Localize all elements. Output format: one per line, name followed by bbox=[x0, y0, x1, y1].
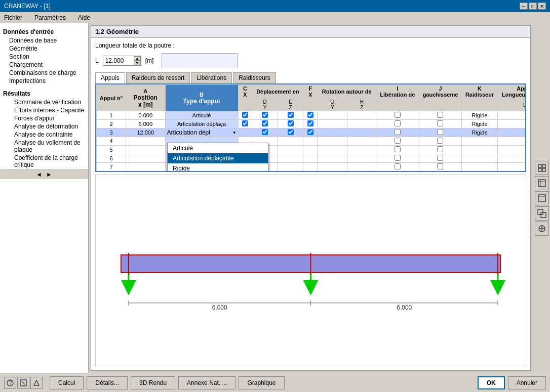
annexe-button[interactable]: Annexe Nat. ... bbox=[178, 376, 235, 389]
table-cell[interactable] bbox=[497, 146, 526, 154]
sidebar-item-analyse-def[interactable]: Analyse de déformation bbox=[0, 122, 88, 130]
toolbar-btn-1[interactable] bbox=[535, 161, 549, 175]
table-cell[interactable] bbox=[497, 111, 526, 120]
table-cell[interactable] bbox=[462, 137, 497, 146]
table-cell[interactable]: Rigide bbox=[462, 111, 497, 120]
icon-btn-3[interactable] bbox=[30, 377, 43, 389]
table-cell[interactable]: Rigide bbox=[462, 120, 497, 128]
table-cell[interactable] bbox=[462, 154, 497, 163]
sidebar-item-efforts[interactable]: Efforts internes - Capacité bbox=[0, 106, 88, 114]
table-cell[interactable]: 0.000 bbox=[126, 111, 165, 120]
table-cell-lib[interactable] bbox=[376, 137, 419, 146]
tab-raideurs[interactable]: Raideurs de ressort bbox=[126, 72, 190, 83]
table-cell[interactable] bbox=[462, 146, 497, 154]
table-cell-lib[interactable] bbox=[376, 163, 419, 171]
sidebar-item-forces[interactable]: Forces d'appui bbox=[0, 114, 88, 122]
toolbar-btn-4[interactable] bbox=[535, 206, 549, 221]
table-cell-lib[interactable] bbox=[376, 111, 419, 120]
table-cell[interactable]: 1 bbox=[97, 111, 126, 120]
table-cell-gauch[interactable] bbox=[419, 154, 462, 163]
table-row[interactable]: 26.000Articulation déplaçaRigide bbox=[97, 120, 527, 128]
table-cell[interactable] bbox=[497, 128, 526, 137]
svg-rect-7 bbox=[538, 195, 545, 202]
icon-btn-1[interactable]: ? bbox=[4, 377, 16, 389]
sidebar-item-sommaire[interactable]: Sommaire de vérification bbox=[0, 98, 88, 106]
dropdown-item-rigide[interactable]: Rigide bbox=[168, 163, 268, 172]
dim-label-right: 6.000 bbox=[397, 304, 412, 311]
table-cell-lib[interactable] bbox=[376, 154, 419, 163]
menu-aide[interactable]: Aide bbox=[76, 13, 92, 22]
table-cell-gauch[interactable] bbox=[419, 163, 462, 171]
table-row[interactable]: 6 bbox=[97, 154, 527, 163]
sidebar-item-imperfections[interactable]: Imperfections bbox=[0, 77, 88, 85]
table-cell-type[interactable]: Articulation dépl▼ bbox=[165, 128, 238, 137]
dropdown-item-articule[interactable]: Articulé bbox=[168, 143, 268, 153]
svg-text:?: ? bbox=[9, 379, 12, 386]
table-cell[interactable] bbox=[126, 137, 165, 146]
table-cell-gauch[interactable] bbox=[419, 137, 462, 146]
table-row[interactable]: 312.000Articulation dépl▼Rigide bbox=[97, 128, 527, 137]
table-cell[interactable]: 6.000 bbox=[126, 120, 165, 128]
table-cell-gauch[interactable] bbox=[419, 120, 462, 128]
table-cell-type[interactable]: Articulé bbox=[165, 111, 238, 120]
tab-raidisseurs[interactable]: Raidisseurs bbox=[233, 72, 276, 83]
sidebar-item-section[interactable]: Section bbox=[0, 53, 88, 61]
ok-button[interactable]: OK bbox=[478, 376, 505, 389]
sidebar-item-analyse-cont[interactable]: Analyse de contrainte bbox=[0, 130, 88, 139]
table-cell-type[interactable]: Articulation déplaça bbox=[165, 120, 238, 128]
table-cell[interactable] bbox=[462, 163, 497, 171]
tab-appuis[interactable]: Appuis bbox=[95, 72, 125, 83]
close-button[interactable]: ✕ bbox=[538, 3, 546, 10]
sidebar-item-geometrie[interactable]: Géométrie bbox=[0, 45, 88, 53]
toolbar-btn-5[interactable] bbox=[535, 222, 549, 236]
details-button[interactable]: Détails... bbox=[87, 376, 128, 389]
menu-parametres[interactable]: Paramètres bbox=[32, 13, 68, 22]
table-row[interactable]: 7 bbox=[97, 163, 527, 171]
sidebar-item-chargement[interactable]: Chargement bbox=[0, 61, 88, 69]
sidebar-scroll[interactable]: ◄► bbox=[0, 169, 88, 179]
sidebar-item-combinaisons[interactable]: Combinaisons de charge bbox=[0, 69, 88, 77]
table-cell[interactable] bbox=[497, 154, 526, 163]
table-cell[interactable]: 3 bbox=[97, 128, 126, 137]
table-cell-gauch[interactable] bbox=[419, 111, 462, 120]
table-cell[interactable]: 5 bbox=[97, 146, 126, 154]
table-row[interactable]: 5 bbox=[97, 146, 527, 154]
table-cell[interactable] bbox=[126, 163, 165, 171]
table-cell[interactable]: 6 bbox=[97, 154, 126, 163]
sidebar-item-donnees-base[interactable]: Données de base bbox=[0, 36, 88, 45]
table-cell[interactable] bbox=[497, 137, 526, 146]
sidebar-item-coeff[interactable]: Coefficient de la charge critique bbox=[0, 154, 88, 169]
table-cell[interactable]: 7 bbox=[97, 163, 126, 171]
table-cell[interactable]: 12.000 bbox=[126, 128, 165, 137]
table-cell[interactable] bbox=[126, 146, 165, 154]
maximize-button[interactable]: □ bbox=[529, 3, 537, 10]
table-cell-lib[interactable] bbox=[376, 120, 419, 128]
icon-btn-2[interactable] bbox=[17, 377, 29, 389]
sidebar-item-vollement[interactable]: Analyse du vollement de plaque bbox=[0, 139, 88, 154]
graphique-button[interactable]: Graphique bbox=[239, 376, 284, 389]
table-cell[interactable]: 4 bbox=[97, 137, 126, 146]
table-cell[interactable] bbox=[497, 163, 526, 171]
minimize-button[interactable]: ─ bbox=[520, 3, 528, 10]
table-cell[interactable] bbox=[497, 120, 526, 128]
table-cell-gauch[interactable] bbox=[419, 146, 462, 154]
length-input[interactable] bbox=[103, 56, 134, 65]
table-cell-lib[interactable] bbox=[376, 146, 419, 154]
calcul-button[interactable]: Calcul bbox=[50, 376, 84, 389]
table-cell[interactable]: 2 bbox=[97, 120, 126, 128]
toolbar-btn-2[interactable] bbox=[535, 176, 549, 190]
table-row[interactable]: 4 bbox=[97, 137, 527, 146]
length-spin-up[interactable]: ▲ bbox=[134, 56, 141, 61]
length-spin-down[interactable]: ▼ bbox=[134, 61, 141, 65]
table-cell-gauch[interactable] bbox=[419, 128, 462, 137]
table-cell-lib[interactable] bbox=[376, 128, 419, 137]
tab-liberations[interactable]: Libérations bbox=[191, 72, 232, 83]
table-cell[interactable]: Rigide bbox=[462, 128, 497, 137]
table-row[interactable]: 10.000ArticuléRigide bbox=[97, 111, 527, 120]
table-cell[interactable] bbox=[126, 154, 165, 163]
render-button[interactable]: 3D Rendu bbox=[131, 376, 175, 389]
menu-fichier[interactable]: Fichier bbox=[2, 13, 24, 22]
cancel-button[interactable]: Annuler bbox=[508, 376, 546, 389]
toolbar-btn-3[interactable] bbox=[535, 191, 549, 205]
dropdown-item-articulation-deplacable[interactable]: Articulation déplaçable bbox=[168, 153, 268, 163]
